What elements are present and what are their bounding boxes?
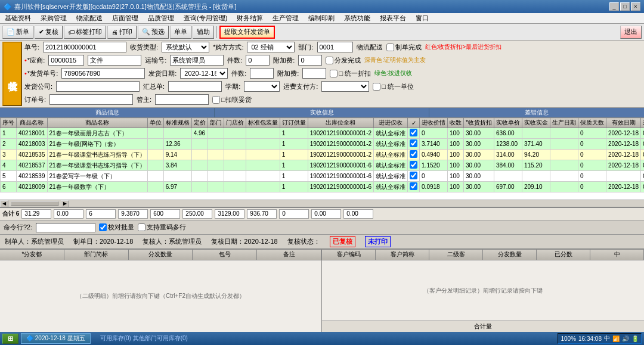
cell-shelfdays: 0 [578,171,606,182]
danhao-input[interactable] [43,42,126,52]
cell-receiveconfirm: 就认全标准 [374,160,408,171]
fahuogongsi-label: 发货公司: [24,82,52,91]
menu-bianzhi[interactable]: 编制印刷 [306,13,337,23]
tongyizhekuo-checkbox[interactable] [330,70,338,77]
checkbox-chongma[interactable]: 支持重码多行 [138,223,186,232]
cell-stdpkg [246,139,280,150]
chongma-checkbox[interactable] [138,223,145,231]
kouliantuohuo-checkbox[interactable] [212,96,220,104]
menu-caigouguanli[interactable]: 采购管理 [38,13,69,23]
menu-pinzhiguanli[interactable]: 品质管理 [145,13,177,23]
approve-button[interactable]: ✔ 复核 [35,26,63,39]
cell-orderqty: 1 [280,171,308,182]
print-button[interactable]: 🖨 打印 [107,26,137,39]
new-button[interactable]: 📄 新单 [2,26,33,39]
xuqi-select[interactable] [244,81,280,92]
grid-section-headers: 商品信息 实收信息 差错信息 [0,108,644,117]
cell-proddate [550,139,578,150]
zhidanwancheng-check[interactable]: 制单完成 [386,43,422,52]
tongyidanwei-checkbox[interactable] [373,83,380,91]
kouliantuohuo-check[interactable]: □扣联妥货 [212,95,252,104]
data-grid-container[interactable]: 序号 商品名称 商品名称 单位 标准规格 定价 部门 门店价 标准包装量 订订供… [0,117,644,200]
menu-chuangkou[interactable]: 窗口 [413,13,431,23]
cell-fixprice [191,150,208,160]
fafawancheng-check[interactable]: 分发完成 [326,56,361,65]
maximize-button[interactable]: □ [620,2,630,11]
close-button[interactable]: × [631,2,640,11]
cell-chk1 [408,160,420,171]
fafawancheng-checkbox[interactable] [326,57,333,64]
jianshu2-input[interactable] [250,68,274,79]
fahuoqi-select[interactable]: 2020-12-18 [180,68,228,79]
form-button[interactable]: 单单 [170,26,191,39]
minimize-button[interactable]: _ [609,2,619,11]
fuhejin2-input[interactable] [302,68,326,79]
yunshuhao-input[interactable] [170,55,224,66]
col-orderqty: 订订供量 [280,118,308,128]
scroll-right-button[interactable]: ▶ [61,200,69,207]
dingdanhao-input[interactable] [49,94,133,105]
menu-caiwujiesuan[interactable]: 财务结算 [234,13,265,23]
scroll-left-button[interactable]: ◀ [0,200,8,207]
cell-priceadj: 1.1520 [420,160,448,171]
jianshu-input[interactable] [246,55,270,66]
left-header-3: 分发数量 [129,250,193,260]
yunsfeifangshi-select[interactable] [321,81,369,92]
print-label-button[interactable]: 🏷 标签打印 [64,26,106,39]
tongyidanwei-check[interactable]: □ 统一单位 [373,82,414,91]
yingshou-input[interactable] [48,55,84,66]
exit-button[interactable]: 退出 [620,26,642,39]
zhidanwancheng-checkbox[interactable] [386,43,394,51]
preselect-button[interactable]: 🔍 预选 [138,26,169,39]
fahuoqi-label: 发货日期: [148,69,177,78]
col-seq: 序号 [1,118,17,128]
cell-receiveconfirm: 就认全标准 [374,150,408,160]
cell-discount: 30.00 [464,150,494,160]
import-button[interactable]: 提取文轩发货单 [219,26,275,39]
piliangle-checkbox[interactable] [99,223,107,231]
cell-discount: 30.00 [464,128,494,139]
col-dept: 部门 [208,118,224,128]
menu-bar: 基础资料 采购管理 物流配送 店面管理 品质管理 查询(专用管理) 财务结算 生… [0,13,644,24]
fahuodanhao-input[interactable] [61,68,145,79]
menu-wuliupeidong[interactable]: 物流配送 [74,13,105,23]
fuhejin-input[interactable] [298,55,322,66]
form-row-4: 发货公司: 汇总单: 学期: 运费支付方: □ 统一单位 [24,81,642,92]
help-button[interactable]: 辅助 [193,26,214,39]
cell-unitprice: 384.00 [494,160,522,171]
right-header-1: 客户编码 [322,250,376,260]
right-header-2: 客户简称 [376,250,429,260]
grid-body: 1 40218001 21春一年级画册月志古（下） 4.96 1 1902012… [1,128,645,192]
cell-dept [208,128,224,139]
menu-baobiao[interactable]: 报表平台 [377,13,408,23]
yingshou-name-input[interactable] [88,55,141,66]
goumafangshi-select[interactable]: 02 经销 [247,42,295,52]
menu-shengchan[interactable]: 生产管理 [270,13,301,23]
horizontal-scrollbar[interactable]: ◀ ▶ [0,200,644,207]
tongyizhekuo-check[interactable]: □ 统一折扣 [330,69,371,78]
cell-amount [522,171,550,182]
guanli-input[interactable] [155,94,209,105]
total-qty2: 250.00 [182,209,212,219]
cell-proddate [550,128,578,139]
shouhuoleixing-select[interactable]: 系统默认 [162,42,209,52]
huizong-input[interactable] [168,81,222,92]
cell-outstockcode: 19020121900000001-6 [308,171,373,182]
menu-diemianGuanli[interactable]: 店面管理 [110,13,141,23]
bumen-input[interactable] [317,42,353,52]
menu-xitong[interactable]: 系统功能 [342,13,373,23]
grid-header-row: 序号 商品名称 商品名称 单位 标准规格 定价 部门 门店价 标准包装量 订订供… [1,118,645,128]
menu-jichuziliao[interactable]: 基础资料 [2,13,33,23]
fahuogongsi-input[interactable] [56,81,140,92]
approver-label: 复核人：系统管理员 [143,237,202,246]
cell-orderqty: 1 [280,128,308,139]
menu-chaxun[interactable]: 查询(专用管理) [181,13,230,23]
taskbar-app-button[interactable]: 🔷 2020-12-18 星期五 [21,333,91,344]
checkbox-piliangle[interactable]: 校对批量 [99,223,134,232]
start-button[interactable]: ⊞ [2,334,18,344]
lang-indicator: 中 [604,334,610,343]
cell-stdspec: 9.14 [163,150,191,160]
scroll-thumb[interactable] [11,201,58,206]
col-proddate: 生产日期 [550,118,578,128]
cmd-input[interactable] [36,223,95,232]
